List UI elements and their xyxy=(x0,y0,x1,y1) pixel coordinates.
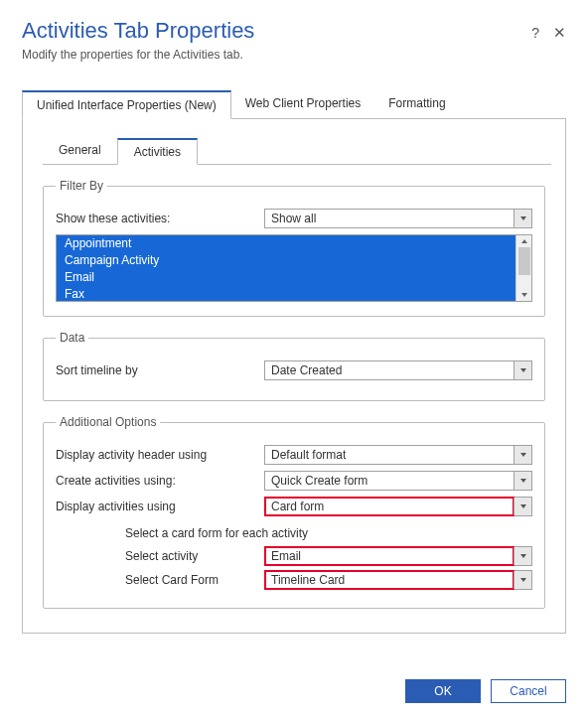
label-display-activities: Display activities using xyxy=(56,500,264,513)
dropdown-create-activities-value: Quick Create form xyxy=(265,472,514,490)
dropdown-create-activities[interactable]: Quick Create form xyxy=(264,471,532,491)
dropdown-display-activities-value: Card form xyxy=(265,498,514,515)
dropdown-display-header-value: Default format xyxy=(265,446,514,464)
cancel-button[interactable]: Cancel xyxy=(491,679,566,703)
dropdown-sort-timeline[interactable]: Date Created xyxy=(264,360,532,380)
dropdown-display-activities[interactable]: Card form xyxy=(264,497,532,516)
legend-filter-by: Filter By xyxy=(56,179,107,193)
chevron-down-icon[interactable] xyxy=(514,361,531,379)
dropdown-show-activities-value: Show all xyxy=(265,210,514,227)
dialog-subtitle: Modify the properties for the Activities… xyxy=(22,48,566,62)
dialog: ? ✕ Activities Tab Properties Modify the… xyxy=(0,0,588,717)
scrollbar-thumb[interactable] xyxy=(518,247,530,275)
chevron-down-icon[interactable] xyxy=(514,472,531,490)
text-select-card-form-intro: Select a card form for each activity xyxy=(125,526,532,540)
dropdown-select-activity[interactable]: Email xyxy=(264,546,532,566)
titlebar-actions: ? ✕ xyxy=(531,24,566,42)
dropdown-display-header[interactable]: Default format xyxy=(264,445,532,465)
ok-button[interactable]: OK xyxy=(405,679,481,703)
fieldset-data: Data Sort timeline by Date Created xyxy=(43,331,545,401)
list-item[interactable]: Email xyxy=(57,269,515,286)
list-item[interactable]: Appointment xyxy=(57,235,515,252)
dropdown-show-activities[interactable]: Show all xyxy=(264,209,532,228)
dialog-title: Activities Tab Properties xyxy=(22,18,566,44)
inner-tab-strip: General Activities xyxy=(43,137,551,165)
tab-unified-interface[interactable]: Unified Interface Properties (New) xyxy=(22,90,231,119)
tab-general[interactable]: General xyxy=(43,138,117,165)
dropdown-sort-timeline-value: Date Created xyxy=(265,361,514,379)
chevron-down-icon[interactable] xyxy=(514,547,531,565)
outer-tab-strip: Unified Interface Properties (New) Web C… xyxy=(22,89,566,119)
legend-data: Data xyxy=(56,331,88,345)
fieldset-additional-options: Additional Options Display activity head… xyxy=(43,415,545,609)
close-icon[interactable]: ✕ xyxy=(553,24,566,42)
help-icon[interactable]: ? xyxy=(531,25,539,41)
tab-web-client[interactable]: Web Client Properties xyxy=(231,90,375,119)
listbox-activities[interactable]: Appointment Campaign Activity Email Fax xyxy=(56,234,532,302)
fieldset-filter-by: Filter By Show these activities: Show al… xyxy=(43,179,545,317)
chevron-down-icon[interactable] xyxy=(514,210,531,227)
scrollbar[interactable] xyxy=(515,235,531,301)
label-display-header: Display activity header using xyxy=(56,448,264,462)
dropdown-select-activity-value: Email xyxy=(265,547,514,565)
tab-formatting[interactable]: Formatting xyxy=(374,90,459,119)
label-show-activities: Show these activities: xyxy=(56,212,264,225)
label-select-activity: Select activity xyxy=(125,549,264,563)
list-item[interactable]: Fax xyxy=(57,286,515,301)
label-sort-timeline: Sort timeline by xyxy=(56,363,264,377)
label-create-activities: Create activities using: xyxy=(56,474,264,488)
tab-activities[interactable]: Activities xyxy=(117,138,198,165)
dropdown-select-card-form-value: Timeline Card xyxy=(265,571,514,589)
chevron-down-icon[interactable] xyxy=(514,571,531,589)
list-item[interactable]: Campaign Activity xyxy=(57,252,515,269)
chevron-down-icon[interactable] xyxy=(514,446,531,464)
dialog-footer: OK Cancel xyxy=(405,679,566,703)
dropdown-select-card-form[interactable]: Timeline Card xyxy=(264,570,532,590)
label-select-card-form: Select Card Form xyxy=(125,573,264,587)
legend-additional-options: Additional Options xyxy=(56,415,160,429)
chevron-down-icon[interactable] xyxy=(514,498,531,515)
outer-tab-panel: General Activities Filter By Show these … xyxy=(22,119,566,634)
